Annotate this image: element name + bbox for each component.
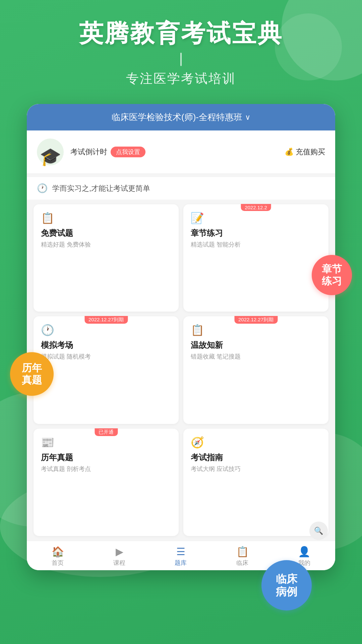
exam-guide-desc: 考试大纲 应试技巧 <box>191 465 321 473</box>
nav-courses[interactable]: ▶ 课程 <box>113 546 125 567</box>
mine-icon: 👤 <box>298 546 310 557</box>
nav-clinical-label: 临床 <box>236 559 248 567</box>
nav-courses-label: 课程 <box>113 559 125 567</box>
app-header[interactable]: 临床医学检验技术(师)-全程特惠班 ∨ <box>27 104 335 130</box>
card-free-questions[interactable]: 📋 免费试题 精选好题 免费体验 <box>34 204 179 312</box>
mock-exam-desc: 模拟试题 随机模考 <box>41 353 171 361</box>
badge-linian-text: 历年真题 <box>22 362 42 386</box>
exam-guide-title: 考试指南 <box>191 452 321 463</box>
past-papers-title: 历年真题 <box>41 452 171 463</box>
review-title: 温故知新 <box>191 340 321 351</box>
free-questions-desc: 精选好题 免费体验 <box>41 240 171 249</box>
badge-clinical-text: 临床病例 <box>276 573 297 598</box>
courses-icon: ▶ <box>116 546 123 557</box>
avatar: 🎓 <box>37 139 64 165</box>
floating-badge-linian[interactable]: 历年真题 <box>10 352 54 396</box>
avatar-figure-icon: 🎓 <box>40 148 61 165</box>
sub-title: 专注医学考试培训 <box>0 70 362 87</box>
chapter-practice-desc: 精选试题 智能分析 <box>191 240 321 249</box>
chapter-practice-icon: 📝 <box>191 212 321 224</box>
clinical-icon: 📋 <box>236 546 249 557</box>
floating-badge-chapter[interactable]: 章节练习 <box>312 255 352 295</box>
chapter-date-badge: 2022.12.2 <box>241 204 271 211</box>
card-past-papers[interactable]: 已开通 📰 历年真题 考试真题 剖析考点 <box>34 429 179 536</box>
free-questions-title: 免费试题 <box>41 228 171 238</box>
header-area: 英腾教育考试宝典 专注医学考试培训 <box>0 20 362 87</box>
chapter-practice-title: 章节练习 <box>191 228 321 238</box>
nav-home-label: 首页 <box>52 559 64 567</box>
recharge-button[interactable]: 💰 充值购买 <box>285 147 325 157</box>
nav-clinical[interactable]: 📋 临床 <box>236 546 249 567</box>
free-questions-icon: 📋 <box>41 212 171 224</box>
questions-icon: ☰ <box>176 546 185 557</box>
past-papers-desc: 考试真题 剖析考点 <box>41 465 171 473</box>
past-papers-icon: 📰 <box>41 436 171 449</box>
divider-line <box>180 53 182 66</box>
nav-questions[interactable]: ☰ 题库 <box>175 546 187 567</box>
device-mockup: 临床医学检验技术(师)-全程特惠班 ∨ 🎓 考试倒计时 点我设置 💰 充值购买 … <box>27 104 335 570</box>
review-icon: 📋 <box>191 324 321 336</box>
course-title: 临床医学检验技术(师)-全程特惠班 <box>112 111 242 123</box>
home-icon: 🏠 <box>52 546 64 557</box>
countdown-set-button[interactable]: 点我设置 <box>111 147 145 157</box>
main-title: 英腾教育考试宝典 <box>0 20 362 47</box>
coin-icon: 💰 <box>285 148 294 156</box>
past-papers-badge: 已开通 <box>95 428 118 436</box>
card-mock-exam[interactable]: 2022.12.27到期 🕐 模拟考场 模拟试题 随机模考 <box>34 316 179 424</box>
floating-badge-clinical[interactable]: 临床病例 <box>261 560 312 610</box>
search-fab-button[interactable]: 🔍 <box>309 522 328 540</box>
nav-questions-label: 题库 <box>175 559 187 567</box>
mock-exam-icon: 🕐 <box>41 324 171 336</box>
review-desc: 错题收藏 笔记搜题 <box>191 353 321 361</box>
motivational-text: 学而实习之,才能让考试更简单 <box>52 183 150 194</box>
nav-home[interactable]: 🏠 首页 <box>52 546 64 567</box>
dropdown-arrow-icon: ∨ <box>245 113 250 122</box>
countdown-label: 考试倒计时 <box>70 147 107 157</box>
app-screen: 临床医学检验技术(师)-全程特惠班 ∨ 🎓 考试倒计时 点我设置 💰 充值购买 … <box>27 104 335 570</box>
motivational-bar: 🕐 学而实习之,才能让考试更简单 <box>27 177 335 200</box>
mock-date-badge: 2022.12.27到期 <box>84 316 128 324</box>
user-bar: 🎓 考试倒计时 点我设置 💰 充值购买 <box>27 130 335 174</box>
recharge-label: 充值购买 <box>296 147 325 157</box>
feature-cards-grid: 📋 免费试题 精选好题 免费体验 2022.12.2 📝 章节练习 精选试题 智… <box>27 200 335 541</box>
exam-guide-icon: 🧭 <box>191 436 321 449</box>
card-exam-guide[interactable]: 🧭 考试指南 考试大纲 应试技巧 <box>183 429 328 536</box>
clock-icon: 🕐 <box>37 183 48 194</box>
card-review[interactable]: 2022.12.27到期 📋 温故知新 错题收藏 笔记搜题 <box>183 316 328 424</box>
card-chapter-practice[interactable]: 2022.12.2 📝 章节练习 精选试题 智能分析 <box>183 204 328 312</box>
badge-chapter-text: 章节练习 <box>322 263 342 287</box>
exam-countdown: 考试倒计时 点我设置 <box>70 147 278 157</box>
review-date-badge: 2022.12.27到期 <box>234 316 278 324</box>
mock-exam-title: 模拟考场 <box>41 340 171 351</box>
